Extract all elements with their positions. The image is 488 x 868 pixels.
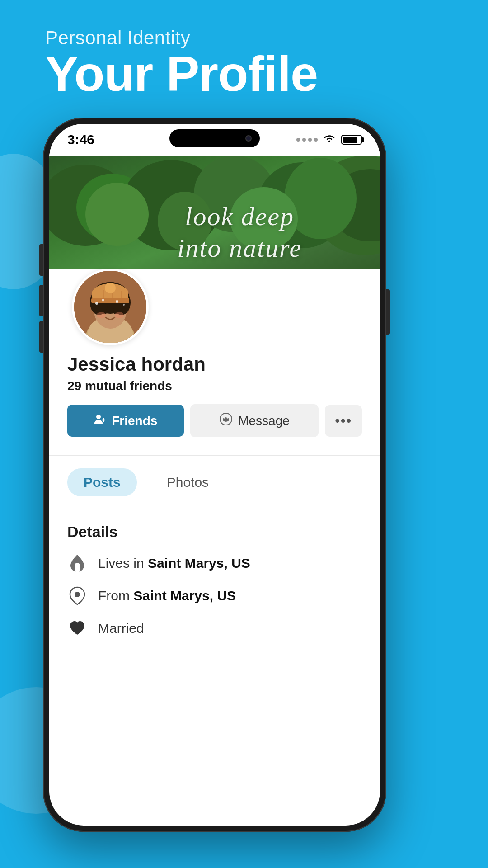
phone-outer: 3:46 bbox=[43, 118, 386, 832]
svg-point-0 bbox=[328, 141, 330, 142]
tabs: Posts Photos bbox=[49, 456, 380, 509]
tab-posts[interactable]: Posts bbox=[67, 468, 137, 496]
svg-point-24 bbox=[95, 302, 98, 305]
svg-point-32 bbox=[227, 418, 229, 420]
detail-married-text: Married bbox=[98, 621, 144, 636]
svg-rect-34 bbox=[75, 566, 80, 572]
notch-camera bbox=[245, 135, 252, 142]
svg-point-25 bbox=[102, 299, 104, 302]
detail-item-lives: Lives in Saint Marys, US bbox=[67, 553, 362, 573]
friends-button-label: Friends bbox=[112, 414, 157, 428]
svg-point-30 bbox=[223, 418, 225, 420]
header-area: Personal Identity Your Profile bbox=[45, 27, 318, 99]
profile-name: Jessica hordan bbox=[67, 354, 362, 375]
avatar-ring bbox=[72, 269, 149, 345]
battery-icon bbox=[341, 135, 362, 145]
svg-point-27 bbox=[123, 304, 125, 306]
svg-point-23 bbox=[115, 312, 124, 318]
phone-mockup: 3:46 bbox=[43, 118, 386, 832]
profile-section: Jessica hordan 29 mutual friends bbox=[49, 269, 380, 455]
detail-item-from: From Saint Marys, US bbox=[67, 586, 362, 606]
avatar-wrapper bbox=[72, 269, 149, 345]
detail-from-text: From Saint Marys, US bbox=[98, 588, 236, 604]
cover-quote: look deep into nature bbox=[177, 201, 302, 264]
detail-item-married: Married bbox=[67, 618, 362, 638]
message-button[interactable]: Message bbox=[190, 404, 319, 437]
pin-icon bbox=[67, 586, 87, 606]
action-buttons: Friends Message bbox=[67, 404, 362, 437]
svg-point-35 bbox=[75, 592, 80, 597]
message-button-label: Message bbox=[238, 414, 290, 428]
phone-screen: 3:46 bbox=[49, 124, 380, 826]
home-icon bbox=[67, 553, 87, 573]
mutual-friends: 29 mutual friends bbox=[67, 379, 362, 393]
friends-icon bbox=[94, 413, 106, 429]
tab-photos[interactable]: Photos bbox=[150, 468, 225, 496]
message-icon bbox=[219, 412, 233, 429]
detail-lives-text: Lives in Saint Marys, US bbox=[98, 556, 250, 571]
status-icons bbox=[296, 134, 362, 146]
details-title: Details bbox=[67, 523, 362, 541]
status-bar: 3:46 bbox=[49, 124, 380, 156]
avatar bbox=[74, 271, 146, 343]
status-notch bbox=[169, 129, 260, 147]
more-icon: ••• bbox=[335, 413, 352, 429]
details-section: Details Lives in Saint Marys, US bbox=[49, 509, 380, 665]
status-time: 3:46 bbox=[67, 132, 94, 147]
svg-point-31 bbox=[225, 417, 227, 419]
svg-point-22 bbox=[97, 312, 106, 318]
header-title: Your Profile bbox=[45, 49, 318, 99]
heart-icon bbox=[67, 618, 87, 638]
wifi-icon bbox=[323, 134, 336, 146]
signal-dots bbox=[296, 138, 318, 142]
svg-point-28 bbox=[96, 415, 101, 419]
more-button[interactable]: ••• bbox=[325, 405, 362, 437]
svg-point-19 bbox=[105, 283, 116, 293]
friends-button[interactable]: Friends bbox=[67, 405, 184, 437]
svg-point-26 bbox=[116, 300, 118, 303]
